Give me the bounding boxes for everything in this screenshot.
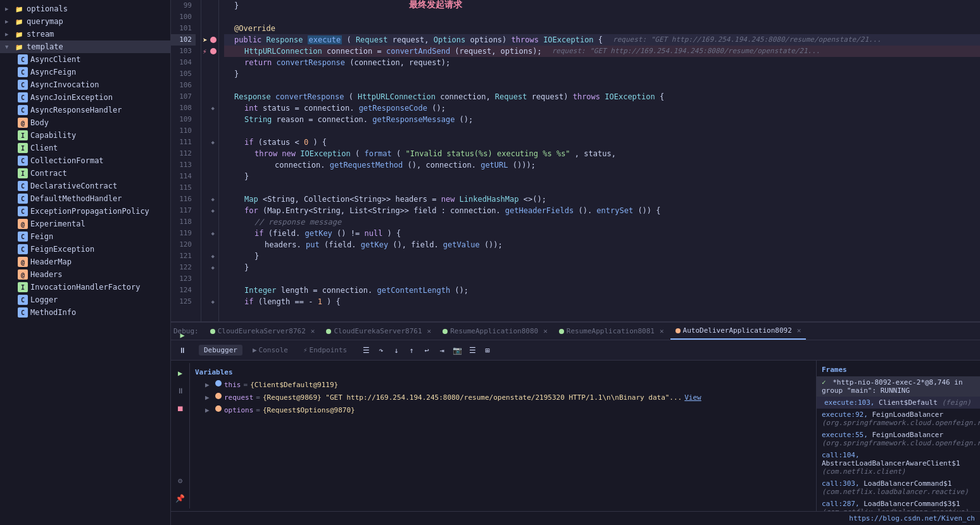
- sidebar-item-optionals[interactable]: ▶ 📁 optionals: [0, 3, 170, 15]
- sidebar-item-contract[interactable]: I Contract: [0, 167, 170, 180]
- tab-console[interactable]: ▶Console: [248, 345, 293, 355]
- code-line-121: }: [224, 250, 980, 262]
- sidebar-label: Contract: [30, 169, 67, 178]
- close-tab-icon[interactable]: ✕: [797, 326, 801, 335]
- var-dot-options: [215, 405, 222, 412]
- close-tab-icon[interactable]: ✕: [543, 327, 548, 335]
- show-execution-point-icon[interactable]: ☰: [360, 344, 372, 357]
- sidebar-item-defaultmethodhandler[interactable]: C DefaultMethodHandler: [0, 192, 170, 205]
- frames-icon[interactable]: 📷: [451, 344, 463, 357]
- settings-toolbar-icon[interactable]: ⚙: [173, 473, 188, 488]
- sidebar-label: Logger: [30, 295, 58, 304]
- code-line-106: [224, 80, 980, 91]
- sidebar-item-body[interactable]: @ Body: [0, 116, 170, 129]
- sidebar-item-asyncresponsehandler[interactable]: C AsyncResponseHandler: [0, 104, 170, 116]
- breakpoint-dot: [210, 37, 217, 43]
- sidebar-item-collectionformat[interactable]: C CollectionFormat: [0, 154, 170, 167]
- debug-tab-autodeliver8092[interactable]: AutoDeliverApplication8092 ✕: [670, 323, 807, 340]
- status-url: https://blog.csdn.net/Kiven_ch: [849, 514, 975, 522]
- gutter-113: [201, 159, 218, 171]
- sidebar-item-capability[interactable]: I Capability: [0, 129, 170, 142]
- code-line-116: Map <String, Collection<String>> headers…: [224, 194, 980, 205]
- class-icon: C: [18, 194, 28, 204]
- tab-endpoints[interactable]: ⚡Endpoints: [298, 345, 352, 355]
- resume-toolbar-icon[interactable]: ▶: [173, 366, 188, 381]
- sidebar-label: Body: [30, 118, 49, 127]
- debug-tabs-row: Debug: CloudEurekaServer8762 ✕ CloudEure…: [171, 323, 980, 340]
- step-out-icon[interactable]: ↑: [405, 344, 418, 357]
- stop-toolbar-icon[interactable]: ⏹: [173, 401, 188, 416]
- class-icon: C: [18, 67, 28, 77]
- close-tab-icon[interactable]: ✕: [660, 327, 664, 335]
- sidebar-item-asyncfeign[interactable]: C AsyncFeign: [0, 66, 170, 78]
- sidebar-item-stream[interactable]: ▶ 📁 stream: [0, 28, 170, 40]
- sidebar-item-asyncclient[interactable]: C AsyncClient: [0, 53, 170, 66]
- line-numbers: 99 100 101 102 103 104 105 106 107 108 1…: [171, 0, 201, 321]
- run-to-cursor-icon[interactable]: ↩: [420, 344, 433, 357]
- line-num-121: 121: [171, 250, 196, 262]
- close-tab-icon[interactable]: ✕: [427, 327, 432, 335]
- sidebar-item-feignexception[interactable]: C FeignException: [0, 243, 170, 256]
- sidebar-item-declarativecontract[interactable]: C DeclarativeContract: [0, 180, 170, 192]
- interface-icon: I: [18, 168, 28, 178]
- inline-comment-102: request: "GET http://169.254.194.245:808…: [613, 34, 881, 46]
- sidebar-item-exceptionpropagationpolicy[interactable]: C ExceptionPropagationPolicy: [0, 205, 170, 218]
- class-icon: C: [18, 307, 28, 318]
- step-into-icon[interactable]: ↓: [390, 344, 403, 357]
- debug-tab-eureka8761[interactable]: CloudEurekaServer8761 ✕: [321, 323, 436, 340]
- close-tab-icon[interactable]: ✕: [311, 327, 315, 335]
- view-link[interactable]: View: [684, 393, 701, 403]
- debug-main-content: ▶ ⏸ ⏹ ⚙ 📌 Variables ▶: [171, 361, 980, 511]
- sidebar-label: CollectionFormat: [30, 156, 104, 165]
- sidebar-label: template: [27, 42, 63, 51]
- frame-item-running[interactable]: ✓ *http-nio-8092-exec-2*@8,746 in group …: [817, 376, 980, 397]
- sidebar-item-template[interactable]: ▼ 📁 template: [0, 40, 170, 53]
- settings-icon[interactable]: ☰: [466, 344, 479, 357]
- code-line-111: if (status < 0 ) {: [224, 137, 980, 148]
- debug-tab-resume8080[interactable]: ResumeApplication8080 ✕: [437, 323, 553, 340]
- var-item-options[interactable]: ▶ options = {Request$Options@9870}: [190, 404, 816, 417]
- sidebar-label: FeignException: [30, 245, 94, 254]
- arrow-icon: ▶: [5, 31, 14, 37]
- layout-icon[interactable]: ⊞: [481, 344, 494, 357]
- sidebar-item-headermap[interactable]: @ HeaderMap: [0, 256, 170, 268]
- fold-icon: ◆: [211, 253, 215, 259]
- code-line-100: [224, 11, 980, 23]
- resume-icon[interactable]: ▶: [176, 329, 189, 342]
- folder-icon: 📁: [14, 42, 24, 52]
- frame-item-call104[interactable]: call:104, AbstractLoadBalancerAwareClien…: [817, 449, 980, 478]
- frame-item-call303[interactable]: call:303, LoadBalancerCommand$1 (com.net…: [817, 478, 980, 498]
- pause-icon[interactable]: ⏸: [176, 344, 189, 357]
- sidebar-item-querymap[interactable]: ▶ 📁 querymap: [0, 15, 170, 28]
- annotation-icon: @: [18, 257, 28, 267]
- sidebar-label: AsyncInvocation: [30, 80, 99, 89]
- sidebar-item-client[interactable]: I Client: [0, 142, 170, 154]
- sidebar-item-logger[interactable]: C Logger: [0, 293, 170, 306]
- sidebar-item-asyncinvocation[interactable]: C AsyncInvocation: [0, 78, 170, 91]
- debug-tab-resume8081[interactable]: ResumeApplication8081 ✕: [554, 323, 669, 340]
- var-dot-this: [215, 380, 222, 386]
- frame-item-execute92[interactable]: execute:92, FeignLoadBalancer (org.sprin…: [817, 409, 980, 429]
- step-over-icon[interactable]: ↷: [375, 344, 387, 357]
- var-item-request[interactable]: ▶ request = {Request@9869} "GET http://1…: [190, 392, 816, 404]
- tab-debugger[interactable]: Debugger: [199, 345, 242, 355]
- pin-toolbar-icon[interactable]: 📌: [173, 491, 188, 506]
- gutter-114: [201, 171, 218, 182]
- evaluate-icon[interactable]: ⇥: [436, 344, 448, 357]
- line-num-114: 114: [171, 171, 196, 182]
- sidebar-item-feign[interactable]: C Feign: [0, 230, 170, 243]
- pause-toolbar-icon[interactable]: ⏸: [173, 383, 188, 398]
- code-line-101: @Override: [224, 23, 980, 34]
- frame-item-call287[interactable]: call:287, LoadBalancerCommand$3$1 (com.n…: [817, 498, 980, 511]
- line-num-109: 109: [171, 114, 196, 125]
- frame-item-execute103[interactable]: execute:103, Client$Default (feign): [817, 397, 980, 409]
- frame-item-execute55[interactable]: execute:55, FeignLoadBalancer (org.sprin…: [817, 429, 980, 449]
- sidebar-item-invocationhandlerfactory[interactable]: I InvocationHandlerFactory: [0, 281, 170, 293]
- debug-tab-eureka8762[interactable]: CloudEurekaServer8762 ✕: [205, 323, 320, 340]
- sidebar-item-headers[interactable]: @ Headers: [0, 268, 170, 281]
- sidebar-item-asyncjoinexception[interactable]: C AsyncJoinException: [0, 91, 170, 104]
- sidebar-item-methodinfo[interactable]: C MethodInfo: [0, 306, 170, 319]
- class-icon: C: [18, 181, 28, 191]
- var-item-this[interactable]: ▶ this = {Client$Default@9119}: [190, 379, 816, 392]
- sidebar-item-experimental[interactable]: @ Experimental: [0, 218, 170, 230]
